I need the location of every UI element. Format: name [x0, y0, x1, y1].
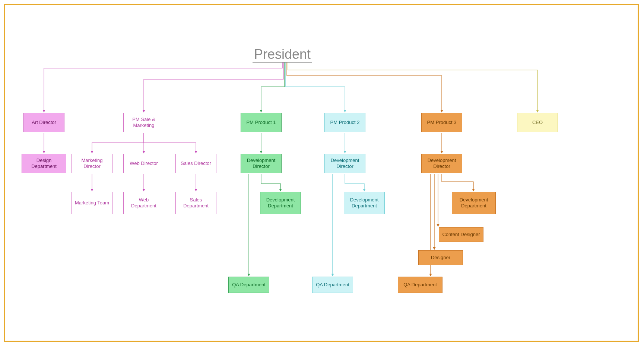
node-p1-dev-dept: Development Department [260, 192, 301, 214]
node-web-department: Web Department [123, 192, 164, 214]
node-pm-product1: PM Product 1 [241, 113, 282, 132]
node-pm-product2: PM Product 2 [324, 113, 365, 132]
node-p3-content-designer: Content Designer [439, 227, 483, 242]
node-p1-dev-director: Development Director [241, 154, 282, 173]
node-marketing-team: Marketing Team [72, 192, 112, 214]
node-ceo: CEO [517, 113, 558, 132]
node-web-director: Web Director [123, 154, 164, 173]
node-sales-director: Sales Director [175, 154, 216, 173]
node-marketing-director: Marketing Director [72, 154, 112, 173]
node-p2-qa-dept: QA Department [312, 277, 353, 293]
node-p1-qa-dept: QA Department [228, 277, 269, 293]
node-sales-department: Sales Department [175, 192, 216, 214]
node-pm-product3: PM Product 3 [421, 113, 462, 132]
node-p2-dev-director: Development Director [324, 154, 365, 173]
diagram-frame: President Art Director PM Sale & Marketi… [4, 4, 639, 342]
node-design-dept: Design Department [22, 154, 66, 173]
node-pm-sale-mkt: PM Sale & Marketing [123, 113, 164, 132]
node-p3-designer: Designer [418, 250, 463, 265]
node-art-director: Art Director [23, 113, 64, 132]
node-p3-qa-dept: QA Department [398, 277, 442, 293]
node-p2-dev-dept: Development Department [344, 192, 385, 214]
node-p3-dev-director: Development Director [421, 154, 462, 173]
node-p3-dev-dept: Development Department [452, 192, 496, 214]
president-root: President [253, 47, 312, 63]
